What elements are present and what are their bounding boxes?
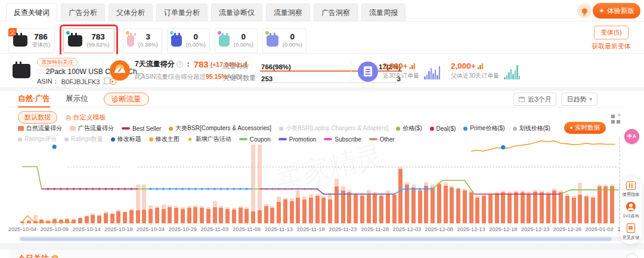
legend-自然流量得分[interactable]: 自然流量得分: [18, 124, 62, 133]
legend-label: 价格($): [402, 124, 422, 133]
divider: [103, 59, 103, 83]
refresh-variants-link[interactable]: 获取最新变体: [592, 42, 631, 51]
legend-Deal($)[interactable]: Deal($): [430, 124, 456, 133]
variant-card-2[interactable]: 783(99.62%): [63, 28, 114, 53]
trend-granularity-select[interactable]: 日趋势▾: [561, 93, 597, 106]
rail-意见反馈[interactable]: 意见反馈: [621, 223, 640, 241]
top-tab-流量周报[interactable]: 流量周报: [361, 4, 405, 21]
translate-button[interactable]: 中A: [624, 129, 639, 144]
variant-dot: [265, 31, 269, 35]
add-watch-pill[interactable]: 添加特别关注: [37, 58, 78, 66]
experience-new-version-button[interactable]: ✦ 体验新版: [593, 3, 640, 19]
stat-label: 流量得分: [223, 62, 260, 70]
variant-controls: 变体(5) 获取最新变体: [592, 26, 631, 51]
favorite-heart-icon[interactable]: ♡: [37, 67, 44, 76]
legend-Prime价格($)[interactable]: Prime价格($): [463, 124, 504, 133]
help-icon[interactable]: ?: [51, 255, 58, 258]
variant-card-4[interactable]: 0(0.00%): [167, 28, 210, 53]
legend-Best Seller[interactable]: Best Seller: [122, 124, 161, 133]
title-change-marker: [52, 145, 57, 149]
axis-label: 2026-01-02: [583, 226, 616, 232]
axis-tick: [247, 223, 247, 225]
rail-1V1咨询[interactable]: 1V1咨询: [622, 202, 640, 219]
divider: [351, 59, 351, 83]
product-thumbnail[interactable]: [8, 59, 35, 83]
top-tab-流量诊断仪[interactable]: 流量诊断仪: [211, 4, 262, 21]
order-block-2: 2,000+父体近30天订单量: [451, 62, 520, 80]
compare-trend-icon[interactable]: [478, 63, 484, 69]
axis-label: 2025-11-08: [230, 226, 264, 232]
collapse-rail-button[interactable]: −: [626, 253, 638, 258]
price-dot: [150, 188, 152, 191]
price-dot: [156, 188, 158, 191]
variant-card-5[interactable]: 0(0.00%): [215, 28, 258, 53]
default-data-pill[interactable]: 默认数据: [18, 111, 57, 124]
price-dot: [355, 193, 357, 195]
chart-panel-tabs: 自然·广告展示位诊断流量 近3个月 日趋势▾: [8, 91, 626, 108]
top-tab-流量洞察[interactable]: 流量洞察: [266, 4, 310, 21]
top-tab-广告洞察[interactable]: 广告洞察: [314, 4, 358, 21]
chart-tab-诊断流量[interactable]: 诊断流量: [104, 93, 149, 106]
axis-tick: [599, 223, 600, 225]
price-dot: [380, 193, 383, 195]
compare-trend-icon[interactable]: [410, 63, 416, 69]
price-dot: [220, 188, 222, 191]
axis-tick: [375, 223, 376, 225]
variant-count-button[interactable]: 变体(5): [594, 26, 628, 39]
price-segment: [561, 190, 619, 194]
x-axis: 2025-10-042025-10-092025-10-142025-10-19…: [18, 225, 626, 234]
tip-lightbulb-button[interactable]: [577, 4, 592, 18]
axis-tick: [151, 223, 151, 225]
top-tab-父体分析[interactable]: 父体分析: [109, 4, 153, 21]
axis-label: 2025-10-04: [8, 226, 39, 232]
price-dot: [73, 188, 75, 191]
custom-template-link[interactable]: ◎自定义模板: [66, 113, 106, 122]
variant-image: [267, 35, 278, 47]
top-tab-订单量分析[interactable]: 订单量分析: [156, 4, 208, 21]
scrollbar-thumb[interactable]: [20, 236, 612, 241]
axis-tick: [119, 223, 119, 225]
legend-swatch: [430, 127, 434, 131]
top-tab-广告分析[interactable]: 广告分析: [61, 4, 105, 21]
variant-value: 3: [138, 33, 158, 41]
score-help-icon[interactable]: ?: [177, 61, 183, 67]
score-desc-prefix: 此ASIN流量综合得分超过: [135, 73, 206, 80]
title-change-marker: [501, 145, 505, 149]
price-dot: [207, 188, 209, 191]
price-dot: [201, 188, 203, 191]
price-dot: [290, 188, 293, 191]
variant-value: 0: [234, 33, 253, 41]
variant-card-3[interactable]: 3(0.38%): [123, 28, 162, 53]
legend-swatch: [513, 127, 517, 131]
score-label: 7天流量得分: [135, 59, 175, 69]
legend-广告流量得分[interactable]: 广告流量得分: [70, 124, 114, 133]
realtime-data-button[interactable]: 实时数据: [564, 122, 606, 134]
legend-价格($)[interactable]: 价格($): [396, 124, 422, 133]
legend-大类BSR[Computers & Accessories][interactable]: 大类BSR[Computers & Accessories]: [169, 124, 271, 133]
legend-小类BSR[Laptop Chargers & Adapters][interactable]: 小类BSR[Laptop Chargers & Adapters]: [279, 124, 388, 133]
layout-grid-add-icon[interactable]: [611, 115, 620, 124]
legend-swatch: [463, 127, 467, 131]
orders-label: 父体近30天订单量: [451, 72, 499, 80]
axis-tick: [215, 223, 215, 225]
chart-plot[interactable]: 卖家精灵: [18, 137, 621, 223]
price-dot: [297, 188, 299, 191]
axis-label: 2025-10-29: [166, 226, 199, 232]
axis-label: 2025-10-14: [70, 226, 103, 232]
feedback-icon: [627, 223, 635, 233]
variant-card-1[interactable]: 父786变体(5): [8, 28, 55, 53]
variant-cards-row: 父786变体(5)783(99.62%)3(0.38%)0(0.00%)0(0.…: [0, 22, 644, 54]
variant-sub: 变体(5): [32, 41, 50, 48]
variant-card-6[interactable]: 0(0.00%): [262, 28, 306, 53]
variant-sub: (0.00%): [186, 41, 206, 48]
chart-tab-自然·广告[interactable]: 自然·广告: [18, 91, 50, 108]
legend-划线价格($)[interactable]: 划线价格($): [513, 124, 550, 133]
chart-tab-展示位[interactable]: 展示位: [66, 91, 88, 108]
axis-tick: [86, 223, 87, 225]
top-tab-反查关键词[interactable]: 反查关键词: [6, 4, 57, 21]
rail-使用指南[interactable]: 使用指南: [621, 182, 640, 198]
consult-icon: [626, 202, 636, 211]
rail-label: 意见反馈: [623, 235, 640, 241]
date-range-button[interactable]: 近3个月: [513, 93, 556, 106]
legend-label: 大类BSR[Computers & Accessories]: [175, 124, 271, 133]
